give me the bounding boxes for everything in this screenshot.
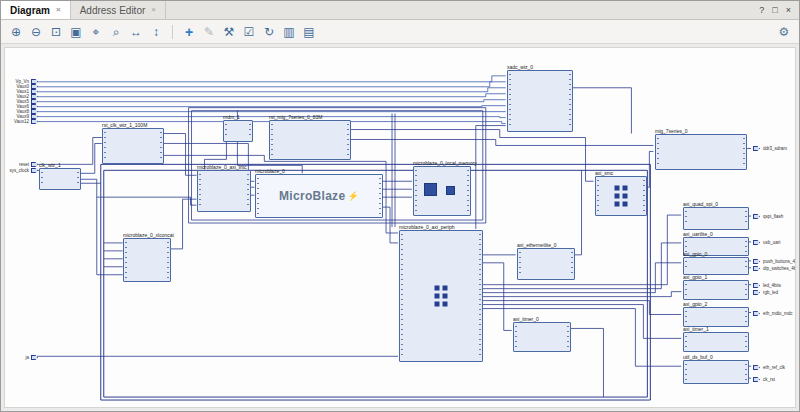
block-axi_timer_0[interactable]: axi_timer_0 xyxy=(513,322,571,352)
block-label: axi_gpio_1 xyxy=(683,274,707,280)
tab-diagram-label: Diagram xyxy=(10,5,50,16)
memory-block-icon xyxy=(424,183,437,196)
block-label: microblaze_0_axi_intc xyxy=(197,164,246,170)
block-microblaze_0_local_memory[interactable]: microblaze_0_local_memory xyxy=(413,166,471,216)
tab-bar: Diagram × Address Editor × ? □ × xyxy=(1,1,799,20)
block-label: util_ds_buf_0 xyxy=(683,354,713,360)
block-axi_ethernetlite_0[interactable]: axi_ethernetlite_0 xyxy=(517,248,575,280)
tab-address-editor[interactable]: Address Editor × xyxy=(71,1,166,19)
block-label: axi_uartlite_0 xyxy=(683,231,713,237)
block-label: mig_7series_0 xyxy=(655,128,688,134)
port-label: qspi_flash xyxy=(763,214,783,219)
block-label: axi_timer_0 xyxy=(513,316,539,322)
crossbar-icon xyxy=(435,286,448,307)
block-axi_quad_spi_0[interactable]: axi_quad_spi_0 xyxy=(683,207,749,230)
block-label: rst_mig_7series_0_83M xyxy=(269,114,322,120)
lightning-icon: ⚡ xyxy=(347,191,359,201)
memory-block-icon xyxy=(446,186,455,195)
block-axi_smc[interactable]: axi_smc xyxy=(595,176,647,216)
search-icon[interactable]: ⌕ xyxy=(107,23,125,41)
zoom-in-icon[interactable]: ⊕ xyxy=(7,23,25,41)
zoom-out-icon[interactable]: ⊖ xyxy=(27,23,45,41)
window-controls: ? □ × xyxy=(751,1,799,19)
block-axi_gpio_1[interactable]: axi_gpio_1 xyxy=(683,280,749,300)
port-label: led_4bits xyxy=(763,283,781,288)
port-label: ddr3_sdram xyxy=(763,146,787,151)
port-label: eth_ref_clk xyxy=(763,365,785,370)
block-xadc_wiz_0[interactable]: xadc_wiz_0 xyxy=(507,70,573,132)
port-label: push_buttons_4bits xyxy=(763,259,796,264)
block-label: xadc_wiz_0 xyxy=(507,64,533,70)
close-icon[interactable]: × xyxy=(56,6,61,14)
block-axi_gpio_0[interactable]: axi_gpio_0 xyxy=(683,257,749,275)
microblaze-logo: MicroBlaze⚡ xyxy=(256,175,382,217)
diagram-canvas[interactable]: clk_wiz_1rst_clk_wiz_1_100Mmdm_1rst_mig_… xyxy=(4,47,796,408)
tab-address-editor-label: Address Editor xyxy=(80,5,146,16)
help-icon[interactable]: ? xyxy=(759,5,764,15)
block-microblaze_0_axi_intc[interactable]: microblaze_0_axi_intc xyxy=(197,170,251,212)
autofit-height-icon[interactable]: ↕ xyxy=(147,23,165,41)
block-label: microblaze_0_local_memory xyxy=(413,160,477,166)
block-label: microblaze_0_axi_periph xyxy=(399,224,455,230)
zoom-to-selection-icon[interactable]: ▣ xyxy=(67,23,85,41)
settings-gear-icon[interactable]: ⚙ xyxy=(775,23,793,41)
block-rst_mig_7series_0_83M[interactable]: rst_mig_7series_0_83M xyxy=(269,120,351,160)
block-mdm_1[interactable]: mdm_1 xyxy=(223,120,253,142)
block-axi_gpio_2[interactable]: axi_gpio_2 xyxy=(683,307,749,327)
block-label: axi_gpio_2 xyxy=(683,301,707,307)
port-label: rgb_led xyxy=(763,290,778,295)
zoom-fit-icon[interactable]: ⊡ xyxy=(47,23,65,41)
toolbar-separator xyxy=(172,25,173,39)
block-util_ds_buf_0[interactable]: util_ds_buf_0 xyxy=(683,360,749,384)
port-label: ja xyxy=(4,355,29,360)
block-label: microblaze_0 xyxy=(255,168,285,174)
port-label: dip_switches_4bits xyxy=(763,266,796,271)
diagram-toolbar: ⊕⊖⊡▣⌖⌕↔↕+✎⚒☑↻▥▤ ⚙ xyxy=(1,20,799,44)
port-label: Vaux12 xyxy=(4,119,29,124)
group-icon[interactable]: ▤ xyxy=(300,23,318,41)
block-label: rst_clk_wiz_1_100M xyxy=(102,122,147,128)
customize-block-icon[interactable]: ⚒ xyxy=(220,23,238,41)
port-label: ck_rst xyxy=(763,377,775,382)
block-mig_7series_0[interactable]: mig_7series_0 xyxy=(655,134,747,170)
crossbar-icon xyxy=(615,186,628,207)
vivado-diagram-window: Diagram × Address Editor × ? □ × ⊕⊖⊡▣⌖⌕↔… xyxy=(0,0,800,412)
block-label: axi_ethernetlite_0 xyxy=(517,242,556,248)
crosshair-icon[interactable]: ⌖ xyxy=(87,23,105,41)
validate-design-icon[interactable]: ☑ xyxy=(240,23,258,41)
close-window-icon[interactable]: × xyxy=(786,5,791,15)
make-external-icon[interactable]: ▥ xyxy=(280,23,298,41)
fit-width-icon[interactable]: ↔ xyxy=(127,23,145,41)
block-axi_timer_1[interactable]: axi_timer_1 xyxy=(683,332,749,352)
block-rst_clk_wiz_1_100M[interactable]: rst_clk_wiz_1_100M xyxy=(102,128,164,164)
block-microblaze_0[interactable]: microblaze_0MicroBlaze⚡ xyxy=(255,174,383,218)
block-label: axi_smc xyxy=(595,170,613,176)
block-label: clk_wiz_1 xyxy=(39,162,61,168)
block-label: microblaze_0_xlconcat xyxy=(123,232,174,238)
add-ip-icon[interactable]: + xyxy=(180,23,198,41)
edit-icon[interactable]: ✎ xyxy=(200,23,218,41)
port-label: eth_mdio_mdc xyxy=(763,311,793,316)
tab-diagram[interactable]: Diagram × xyxy=(1,1,71,19)
block-microblaze_0_axi_periph[interactable]: microblaze_0_axi_periph xyxy=(399,230,483,362)
port-label: sys_clock xyxy=(4,168,29,173)
block-label: axi_timer_1 xyxy=(683,326,709,332)
block-clk_wiz_1[interactable]: clk_wiz_1 xyxy=(39,168,81,190)
float-window-icon[interactable]: □ xyxy=(772,5,777,15)
block-label: mdm_1 xyxy=(223,114,240,120)
toolbar-buttons: ⊕⊖⊡▣⌖⌕↔↕+✎⚒☑↻▥▤ xyxy=(7,23,318,41)
port-label: reset xyxy=(4,162,29,167)
block-microblaze_0_xlconcat[interactable]: microblaze_0_xlconcat xyxy=(123,238,171,282)
block-label: axi_gpio_0 xyxy=(683,251,707,257)
port-label: usb_uart xyxy=(763,240,781,245)
regenerate-layout-icon[interactable]: ↻ xyxy=(260,23,278,41)
block-label: axi_quad_spi_0 xyxy=(683,201,718,207)
close-icon[interactable]: × xyxy=(151,6,156,14)
